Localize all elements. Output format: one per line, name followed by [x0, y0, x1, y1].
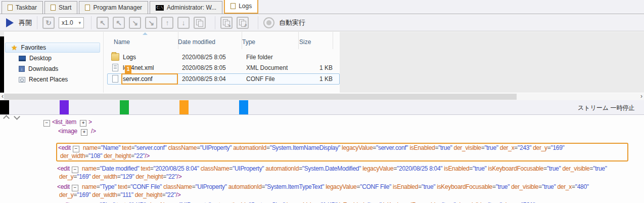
star-icon: ★ — [11, 44, 18, 52]
tree-node-edit-name[interactable]: 1<edit− name="Name" text="server.conf" c… — [56, 143, 628, 161]
document-copy-button[interactable] — [194, 17, 206, 29]
toolbar-separator — [91, 16, 91, 29]
match-badge: 1 — [125, 65, 131, 73]
attr-name: text — [118, 183, 127, 190]
file-row-log4net-xml[interactable]: log4net.xml2020/08/25 8:05XML Document1 … — [103, 63, 340, 73]
attr-value: "server.conf" — [376, 144, 408, 151]
sidebar-item-label: Downloads — [28, 65, 58, 72]
attr-name: der_visible — [454, 144, 481, 151]
tab-administrator-w[interactable]: C:\Administrator: W... — [150, 1, 222, 14]
attr-equals: = — [266, 144, 270, 151]
column-header-date-modified[interactable]: Date modified — [178, 38, 215, 46]
attr-equals: = — [572, 183, 575, 190]
arrow-downright-button[interactable]: ↘ — [129, 17, 141, 29]
marker-purple[interactable] — [60, 100, 69, 114]
column-header-type[interactable]: Type — [242, 38, 255, 46]
tree-node-edit-date-modified[interactable]: <edit− name="Date modified" text="2020/0… — [57, 165, 644, 181]
autorun-toggle[interactable]: 自動実行 — [263, 17, 305, 28]
attr-equals: = — [197, 144, 200, 151]
attr-value: "169" — [550, 144, 564, 151]
replay-capture-button[interactable]: ↻ — [42, 17, 55, 29]
attr-name: der_visible — [562, 165, 589, 172]
scroll-right-icon[interactable]: › — [639, 93, 644, 100]
marker-orange[interactable] — [179, 100, 189, 114]
sidebar-item-recent-places[interactable]: Recent Places — [5, 74, 100, 85]
tag-text: /> — [176, 191, 181, 198]
column-header-size[interactable]: Size — [299, 38, 311, 46]
attr-name: isEnabled — [409, 144, 435, 151]
speed-value: x1.0 — [62, 19, 73, 26]
tab-start[interactable]: Start — [44, 1, 77, 14]
attr-name: name — [82, 183, 97, 190]
speed-select[interactable]: x1.0 ▾ — [59, 17, 84, 28]
file-row-logs[interactable]: Logs2020/08/25 8:05File folder — [103, 52, 340, 63]
attr-value: "true" — [496, 183, 510, 190]
attr-value: "true" — [547, 165, 561, 172]
attr-value: "22" — [165, 191, 176, 198]
arrow-up-icon: ↑ — [166, 19, 169, 27]
attr-equals: = — [131, 152, 134, 159]
attr-value: "169" — [77, 191, 90, 198]
attr-name: der_visible — [511, 183, 538, 190]
arrow-upleft-icon: ↖ — [116, 19, 122, 27]
file-name: Logs — [123, 54, 136, 61]
attr-value: "22" — [166, 173, 177, 180]
attr-equals: = — [418, 183, 422, 190]
collapse-icon[interactable]: − — [43, 120, 50, 127]
tree-node-edit-type[interactable]: <edit− name="Type" text="CONF File" clas… — [57, 183, 644, 199]
tag-text: <edit — [57, 183, 70, 190]
attr-equals: = — [373, 144, 376, 151]
arrow-upleft-button[interactable]: ↖ — [113, 17, 125, 29]
copy-back-icon-arrow: ↗ — [243, 23, 247, 28]
attr-value: "480" — [575, 183, 589, 190]
attr-name: der_width — [60, 152, 85, 159]
sidebar-item-favorites[interactable]: ★Favorites — [5, 43, 100, 53]
attr-equals: = — [492, 183, 496, 190]
sidebar-item-desktop[interactable]: Desktop — [5, 53, 100, 63]
play-icon — [6, 18, 14, 27]
attr-name: der_height — [104, 152, 131, 159]
attr-equals: = — [543, 165, 547, 172]
page-icon — [8, 5, 13, 11]
expand-icon[interactable]: + — [80, 120, 86, 127]
marker-blue[interactable] — [239, 100, 248, 114]
collapse-icon[interactable]: − — [73, 146, 79, 152]
marker-black[interactable] — [0, 100, 9, 114]
folder-icon — [111, 53, 119, 61]
toolbar-separator — [258, 16, 258, 29]
sidebar-item-downloads[interactable]: ↓Downloads — [5, 64, 100, 74]
edit-line1: <edit− name="Name" text="server.conf" cl… — [58, 144, 626, 152]
tree-node-list-item[interactable]: −<list_item +> — [41, 118, 644, 127]
attr-name: der_height — [135, 191, 162, 198]
arrow-downright-last-button[interactable]: ↘ — [145, 17, 157, 29]
copy-back-button[interactable]: ↗ — [237, 17, 249, 29]
copy-forward-button[interactable]: ↘ — [220, 17, 233, 29]
resume-button[interactable]: 再開 — [6, 18, 32, 27]
attr-value: "2020/08/25 8:04" — [397, 165, 442, 172]
attr-name: isEnabled — [444, 165, 469, 172]
attr-name: automationId — [265, 165, 299, 172]
recent-icon — [19, 77, 25, 83]
tag-text: /> — [177, 173, 182, 180]
expand-icon[interactable]: + — [81, 129, 87, 136]
attr-name: der_y — [59, 191, 74, 198]
resume-label: 再開 — [19, 18, 32, 27]
tab-program-manager[interactable]: Program Manager — [79, 1, 148, 14]
h-scrollbar[interactable]: ‹ › — [0, 93, 644, 100]
file-type: File folder — [246, 54, 273, 61]
tab-taskbar[interactable]: Taskbar — [2, 1, 43, 14]
attr-name: automationId — [228, 183, 262, 190]
attr-name: name — [82, 165, 97, 172]
column-header-name[interactable]: Name — [114, 38, 130, 46]
tab-logs[interactable]: Logs — [224, 0, 258, 14]
marker-green[interactable] — [120, 100, 129, 114]
tree-node-image[interactable]: <image + /> — [58, 127, 644, 136]
attr-name: der_y — [533, 144, 547, 151]
arrow-down-button[interactable]: ↓ — [177, 17, 190, 29]
arrow-upleft-first-button[interactable]: ↖ — [97, 17, 109, 29]
arrow-up-button[interactable]: ↑ — [161, 17, 173, 29]
collapse-icon[interactable]: − — [72, 167, 78, 173]
tag-text: <edit — [57, 165, 70, 172]
scrollbar-thumb[interactable] — [4, 94, 517, 100]
collapse-icon[interactable]: − — [72, 185, 78, 191]
